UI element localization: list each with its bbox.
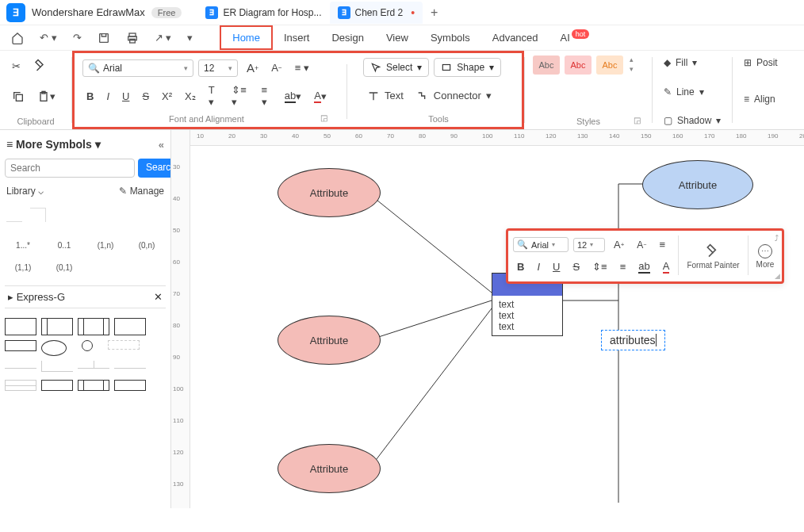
font-size-input[interactable]: 12▾ — [198, 59, 238, 77]
tab-chen-erd[interactable]: Ǝ Chen Erd 2 • — [330, 2, 423, 24]
shape-faint-1[interactable] — [108, 340, 140, 350]
style-scroll-down[interactable]: ▾ — [630, 65, 634, 73]
undo-button[interactable]: ↶ ▾ — [35, 29, 62, 47]
case-button[interactable]: T ▾ — [205, 81, 223, 111]
menu-symbols[interactable]: Symbols — [419, 27, 481, 48]
copy-button[interactable] — [8, 87, 29, 106]
position-button[interactable]: ⊞ Posit — [741, 55, 772, 70]
library-label[interactable]: Library ⌵ — [6, 186, 44, 197]
shape-faint-6[interactable] — [5, 380, 36, 391]
shape-rect-5[interactable] — [5, 340, 36, 351]
shape-rect-2[interactable] — [41, 318, 73, 335]
align-button[interactable]: ≡ ▾ — [291, 59, 313, 77]
superscript-button[interactable]: X² — [158, 87, 176, 105]
ft-bullets[interactable]: ≡ — [616, 258, 630, 276]
shape-rect-8[interactable] — [114, 380, 146, 391]
italic-button[interactable]: I — [102, 87, 113, 105]
shape-circle[interactable] — [82, 340, 93, 351]
menu-advanced[interactable]: Advanced — [481, 27, 549, 48]
ft-font-size[interactable]: 12 ▾ — [573, 238, 605, 252]
line-button[interactable]: ✎ Line ▾ — [660, 85, 724, 99]
ft-italic[interactable]: I — [533, 258, 544, 276]
font-dialog-launcher[interactable]: ◲ — [320, 113, 327, 122]
ft-spacing[interactable]: ⇕≡ — [588, 258, 611, 276]
shape-rect-3[interactable] — [78, 318, 109, 335]
style-swatch-1[interactable]: Abc — [533, 55, 560, 75]
home-button[interactable] — [6, 29, 29, 48]
underline-button[interactable]: U — [118, 87, 133, 105]
style-scroll-up[interactable]: ▴ — [630, 55, 634, 63]
align-shapes-button[interactable]: ≡ Align — [741, 92, 772, 106]
collapse-panel-button[interactable]: « — [159, 139, 164, 151]
tab-er-diagram[interactable]: Ǝ ER Diagram for Hosp... — [197, 2, 329, 24]
ft-align[interactable]: ≡ — [655, 235, 669, 254]
attribute-node-2[interactable]: Attribute — [278, 316, 381, 365]
menu-insert[interactable]: Insert — [273, 27, 321, 48]
attribute-node-1[interactable]: Attribute — [278, 168, 381, 217]
sym-card-0[interactable]: 1...* — [6, 238, 40, 252]
ft-increase-font[interactable]: A+ — [610, 235, 628, 254]
ft-resize-grip-icon[interactable]: ◢ — [775, 272, 780, 280]
styles-dialog-launcher[interactable]: ◲ — [634, 116, 641, 124]
close-section-icon[interactable]: ✕ — [154, 291, 163, 303]
format-brush-button[interactable] — [29, 55, 52, 76]
menu-home[interactable]: Home — [220, 25, 273, 50]
ft-font-family[interactable]: 🔍 Arial ▾ — [513, 237, 569, 252]
sym-faint-1[interactable] — [6, 208, 22, 222]
sym-card-2[interactable]: (1,n) — [89, 238, 122, 252]
manage-button[interactable]: ✎ Manage — [119, 186, 164, 197]
share-button[interactable]: ↗ ▾ — [150, 29, 177, 47]
attribute-node-4[interactable]: Attribute — [642, 160, 753, 209]
shape-button[interactable]: Shape ▾ — [434, 58, 501, 77]
ft-font-color[interactable]: A — [659, 257, 674, 277]
shape-rect-6[interactable] — [41, 380, 73, 391]
ft-bold[interactable]: B — [513, 258, 528, 276]
highlight-button[interactable]: ab ▾ — [281, 86, 305, 106]
symbol-search-input[interactable] — [5, 159, 135, 178]
cut-button[interactable]: ✂ — [8, 57, 25, 75]
decrease-font-button[interactable]: A− — [267, 59, 285, 77]
style-swatch-3[interactable]: Abc — [596, 55, 623, 75]
ft-highlight[interactable]: ab — [634, 257, 653, 277]
increase-font-button[interactable]: A+ — [243, 58, 262, 78]
ft-strike[interactable]: S — [569, 258, 584, 276]
ft-pin-icon[interactable]: ⤴ — [775, 234, 779, 243]
express-g-section[interactable]: ▸ Express-G ✕ — [5, 285, 166, 308]
bullets-button[interactable]: ≡ ▾ — [258, 81, 276, 111]
shape-faint-5[interactable] — [114, 361, 146, 369]
shape-rect-1[interactable] — [5, 318, 36, 335]
sym-card-4[interactable]: (1,1) — [6, 260, 40, 274]
paste-button[interactable]: ▾ — [33, 87, 59, 106]
sym-card-3[interactable]: (0,n) — [130, 238, 163, 252]
select-button[interactable]: Select ▾ — [363, 58, 429, 77]
more-qat-button[interactable]: ▾ — [182, 29, 197, 47]
shape-faint-2[interactable] — [5, 361, 36, 369]
connector-button[interactable]: Connector ▾ — [412, 86, 496, 105]
shape-rect-4[interactable] — [114, 318, 146, 335]
subscript-button[interactable]: X₂ — [181, 87, 200, 105]
line-spacing-button[interactable]: ⇕≡ ▾ — [228, 81, 252, 111]
attribute-node-3[interactable]: Attribute — [278, 444, 381, 493]
new-tab-button[interactable]: + — [423, 6, 446, 20]
text-tool-button[interactable]: Text — [363, 86, 408, 105]
symbol-search-button[interactable]: Search — [138, 159, 171, 178]
shape-ellipse[interactable] — [41, 340, 67, 356]
text-editing-box[interactable]: attributes — [601, 330, 665, 350]
shape-rect-7[interactable] — [78, 380, 109, 391]
shape-faint-3[interactable] — [41, 361, 73, 372]
ft-format-painter[interactable]: Format Painter — [683, 235, 742, 277]
sym-card-1[interactable]: 0..1 — [48, 238, 81, 252]
ft-decrease-font[interactable]: A− — [633, 236, 650, 254]
sym-faint-2[interactable] — [30, 208, 46, 222]
shape-faint-4[interactable] — [78, 361, 109, 375]
menu-design[interactable]: Design — [320, 27, 374, 48]
shadow-button[interactable]: ▢ Shadow ▾ — [660, 113, 724, 128]
font-family-input[interactable]: 🔍 Arial▾ — [82, 59, 193, 77]
font-color-button[interactable]: A ▾ — [310, 86, 331, 106]
print-button[interactable] — [121, 29, 144, 48]
strike-button[interactable]: S — [138, 87, 153, 105]
sym-card-5[interactable]: (0,1) — [48, 260, 81, 274]
ft-more[interactable]: ⋯ More — [753, 235, 778, 277]
save-button[interactable] — [93, 29, 115, 48]
menu-view[interactable]: View — [375, 27, 419, 48]
